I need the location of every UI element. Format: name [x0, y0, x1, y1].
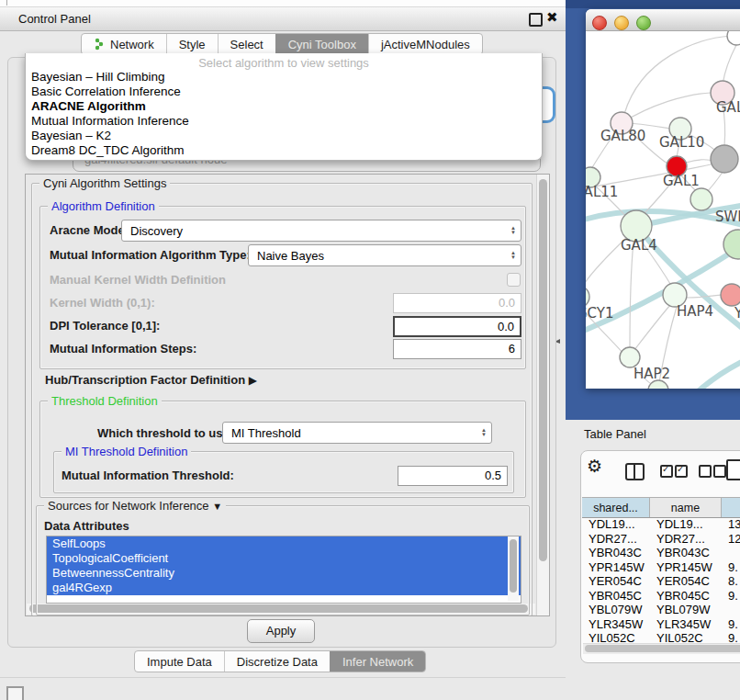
tab-discretize-data[interactable]: Discretize Data: [224, 651, 330, 672]
table-row[interactable]: YBR043CYBR043C: [582, 546, 740, 560]
network-edge: [723, 45, 736, 85]
deselect-all-checkboxes-icon[interactable]: [699, 465, 728, 480]
table-row[interactable]: YIL052CYIL052C9.: [582, 631, 740, 644]
mi-threshold-field[interactable]: 0.5: [398, 466, 508, 486]
hub-definition-label[interactable]: Hub/Transcription Factor Definition ▶: [45, 373, 257, 387]
kernel-width-label: Kernel Width (0,1):: [50, 296, 155, 310]
dpi-tolerance-field[interactable]: 0.0: [393, 316, 521, 337]
table-cell: YDL19...: [650, 517, 722, 532]
tab-label: jActiveMNodules: [381, 38, 470, 51]
tab-style[interactable]: Style: [166, 34, 218, 54]
table-row[interactable]: YDR27...YDR27...12: [582, 532, 740, 547]
table-header-row[interactable]: shared...nameA: [582, 497, 740, 518]
network-node[interactable]: [620, 347, 640, 367]
column-header[interactable]: A: [722, 498, 740, 517]
table-cell: 9.: [722, 560, 740, 575]
algorithm-option[interactable]: Dream8 DC_TDC Algorithm: [26, 143, 542, 158]
desktop-top-strip: [566, 0, 740, 8]
table-cell: YBR043C: [582, 546, 650, 560]
column-selector-icon[interactable]: [625, 463, 645, 480]
tab-cyni-toolbox[interactable]: Cyni Toolbox: [275, 34, 368, 54]
network-node[interactable]: [690, 188, 712, 210]
manual-kernel-width-label: Manual Kernel Width Definition: [50, 273, 226, 287]
close-icon[interactable]: ✖: [546, 9, 558, 26]
node-label: HAP2: [633, 366, 670, 382]
file-icon[interactable]: [726, 459, 740, 480]
attribute-list-item[interactable]: BetweennessCentrality: [47, 566, 521, 581]
expand-arrow-icon[interactable]: ▼: [212, 501, 222, 512]
aracne-mode-combo[interactable]: Discovery ▲▼: [121, 220, 521, 242]
attribute-list-item[interactable]: gal4RGexp: [47, 581, 521, 595]
apply-button[interactable]: Apply: [247, 619, 315, 643]
vertical-scrollbar[interactable]: [536, 175, 549, 615]
algorithm-option-list: Bayesian – Hill ClimbingBasic Correlatio…: [26, 70, 542, 158]
manual-kernel-width-checkbox[interactable]: [507, 273, 521, 287]
table-row[interactable]: YBL079WYBL079W: [582, 603, 740, 617]
attribute-list-item[interactable]: SelfLoops: [47, 536, 521, 551]
panel-divider: [0, 677, 566, 678]
algorithm-option[interactable]: Mutual Information Inference: [26, 114, 542, 129]
network-node[interactable]: [721, 284, 740, 306]
splitter-handle[interactable]: [556, 339, 560, 344]
threshold-definition-group: Threshold Definition Which threshold to …: [39, 401, 526, 498]
network-edge: [696, 356, 740, 389]
table-row[interactable]: YBR045CYBR045C9.: [582, 589, 740, 604]
network-window-titlebar[interactable]: [586, 9, 740, 31]
algorithm-option[interactable]: Bayesian – K2: [26, 129, 542, 143]
tab-label: Select: [230, 38, 263, 51]
which-threshold-combo[interactable]: MI Threshold ▲▼: [222, 422, 492, 444]
table-horizontal-scrollbar[interactable]: [583, 643, 740, 654]
mi-steps-label: Mutual Information Steps:: [50, 342, 196, 356]
table-panel: ⚙ shared...nameA YDL19...YDL19...13YDR27…: [580, 450, 740, 663]
window-zoom-icon[interactable]: [636, 16, 651, 30]
group-title: Threshold Definition: [48, 394, 162, 408]
attribute-list[interactable]: SelfLoopsTopologicalCoefficientBetweenne…: [46, 536, 521, 604]
group-title[interactable]: Sources for Network Inference ▼: [44, 499, 226, 513]
mi-type-combo[interactable]: Naive Bayes ▲▼: [248, 244, 521, 266]
float-window-icon[interactable]: [529, 13, 543, 27]
table-row[interactable]: YER054CYER054C8.: [582, 574, 740, 589]
column-header[interactable]: shared...: [582, 498, 650, 517]
select-all-checkboxes-icon[interactable]: [660, 465, 690, 480]
network-canvas[interactable]: GALGAL80GAL10GAL1GAL11SWI4GAL4GCY1HAP4YH…: [586, 31, 740, 389]
node-label: GAL1: [663, 173, 700, 189]
cyni-mode-tabbar: Impute DataDiscretize DataInfer Network: [134, 650, 426, 672]
tab-network[interactable]: Network: [82, 34, 166, 54]
node-label: Y: [734, 305, 740, 322]
node-label: GAL11: [586, 184, 618, 200]
algorithm-dropdown-popup: Select algorithm to view settings Bayesi…: [25, 53, 543, 161]
network-node[interactable]: [711, 145, 738, 173]
gear-icon[interactable]: ⚙: [587, 456, 602, 477]
network-node[interactable]: [727, 31, 740, 45]
tab-impute-data[interactable]: Impute Data: [135, 651, 224, 672]
table-row[interactable]: YDL19...YDL19...13: [582, 517, 740, 532]
table-cell: YDL19...: [582, 517, 650, 532]
table-cell: [722, 603, 740, 617]
network-view-window[interactable]: GALGAL80GAL10GAL1GAL11SWI4GAL4GCY1HAP4YH…: [586, 9, 740, 389]
collapsed-panel-icon[interactable]: [6, 686, 24, 700]
algorithm-option[interactable]: Bayesian – Hill Climbing: [26, 70, 542, 85]
table-row[interactable]: YPR145WYPR145W9.: [582, 560, 740, 575]
tab-infer-network[interactable]: Infer Network: [330, 651, 425, 672]
tab-jactivemnodules[interactable]: jActiveMNodules: [368, 34, 482, 54]
tab-label: Impute Data: [147, 655, 212, 669]
node-label: GAL10: [659, 134, 704, 151]
table-cell: YPR145W: [650, 560, 722, 575]
table-cell: YLR345W: [650, 617, 722, 632]
tab-select[interactable]: Select: [218, 34, 275, 54]
cyni-algorithm-settings-group: Cyni Algorithm Settings Algorithm Defini…: [31, 183, 533, 616]
group-title: MI Threshold Definition: [62, 445, 191, 458]
collapse-arrow-icon[interactable]: ▶: [249, 374, 257, 387]
kernel-width-field[interactable]: 0.0: [393, 293, 521, 313]
control-panel-titlebar: Control Panel ✖: [0, 7, 566, 31]
window-close-icon[interactable]: [592, 16, 607, 30]
table-row[interactable]: YLR345WYLR345W9.: [582, 617, 740, 632]
window-minimize-icon[interactable]: [614, 16, 629, 30]
column-header[interactable]: name: [650, 498, 722, 517]
node-label: SWI4: [715, 209, 740, 225]
algorithm-option[interactable]: Basic Correlation Inference: [26, 85, 542, 99]
attribute-list-scrollbar[interactable]: [508, 536, 519, 601]
algorithm-option[interactable]: ARACNE Algorithm: [26, 99, 542, 114]
attribute-list-item[interactable]: TopologicalCoefficient: [47, 551, 521, 566]
mi-steps-field[interactable]: 6: [393, 339, 521, 359]
